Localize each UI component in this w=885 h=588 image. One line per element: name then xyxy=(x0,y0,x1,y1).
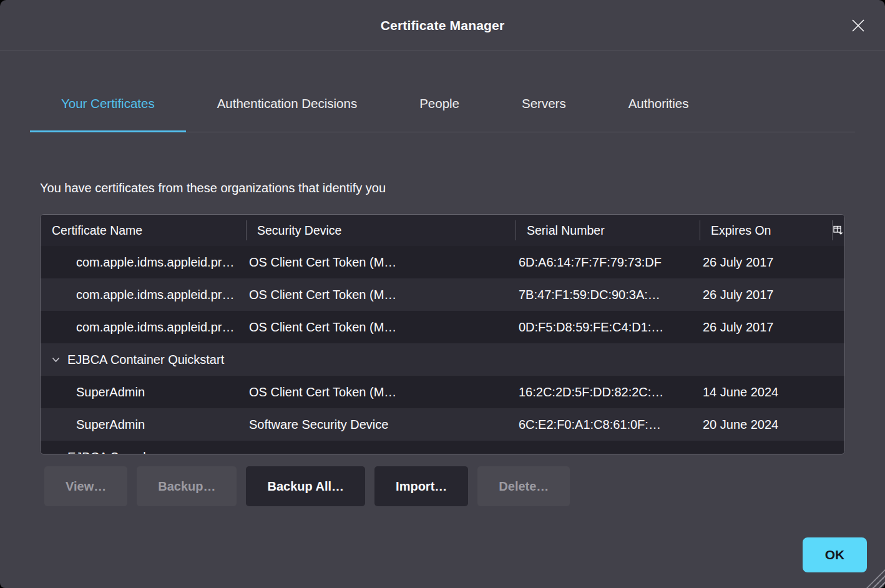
expires-on-cell: 26 July 2017 xyxy=(700,255,832,270)
view-button: View… xyxy=(44,466,127,506)
cert-row[interactable]: com.apple.idms.appleid.pr…OS Client Cert… xyxy=(41,278,844,311)
dialog-title: Certificate Manager xyxy=(381,18,505,33)
serial-number-cell: 7B:47:F1:59:DC:90:3A:… xyxy=(516,288,700,302)
cert-row[interactable]: SuperAdminSoftware Security Device6C:E2:… xyxy=(41,408,844,441)
security-device-cell: OS Client Cert Token (M… xyxy=(246,385,516,399)
tab-people[interactable]: People xyxy=(388,96,491,132)
expires-on-cell: 14 June 2024 xyxy=(700,385,832,399)
dialog-titlebar: Certificate Manager xyxy=(0,0,885,51)
chevron-down-icon[interactable] xyxy=(52,357,60,363)
group-label: EJBCA Container Quickstart xyxy=(67,353,224,367)
tab-bar: Your CertificatesAuthentication Decision… xyxy=(30,96,855,132)
security-device-cell: Software Security Device xyxy=(246,418,516,432)
close-button[interactable] xyxy=(849,16,868,35)
serial-number-cell: 16:2C:2D:5F:DD:82:2C:… xyxy=(516,385,700,399)
backup-button: Backup… xyxy=(137,466,237,506)
cert-row[interactable]: SuperAdminOS Client Cert Token (M…16:2C:… xyxy=(41,376,844,408)
group-label: EJBCA Sample xyxy=(67,450,153,455)
expires-on-cell: 26 July 2017 xyxy=(700,288,832,302)
group-row-ejbca-sample[interactable]: EJBCA Sample xyxy=(41,441,844,454)
column-picker-button[interactable] xyxy=(832,215,844,246)
delete-button: Delete… xyxy=(477,466,570,506)
tab-authentication-decisions[interactable]: Authentication Decisions xyxy=(186,96,389,132)
chevron-down-icon[interactable] xyxy=(52,454,60,455)
serial-number-cell: 0D:F5:D8:59:FE:C4:D1:… xyxy=(516,320,700,335)
expires-on-cell: 26 July 2017 xyxy=(700,320,832,335)
column-header-expires-on[interactable]: Expires On xyxy=(700,215,832,246)
table-body: com.apple.idms.appleid.pr…OS Client Cert… xyxy=(41,246,844,454)
action-buttons: View…Backup…Backup All…Import…Delete… xyxy=(44,466,845,506)
tab-your-certificates[interactable]: Your Certificates xyxy=(30,96,186,132)
security-device-cell: OS Client Cert Token (M… xyxy=(246,320,516,335)
security-device-cell: OS Client Cert Token (M… xyxy=(246,288,516,302)
cert-row[interactable]: com.apple.idms.appleid.pr…OS Client Cert… xyxy=(41,311,844,343)
close-icon xyxy=(850,17,866,34)
group-row-ejbca-container-quickstart[interactable]: EJBCA Container Quickstart xyxy=(41,343,844,376)
certificate-manager-dialog: Certificate Manager Your CertificatesAut… xyxy=(0,0,885,588)
table-columns-icon xyxy=(833,225,844,235)
cert-name-cell: SuperAdmin xyxy=(41,385,246,399)
import-button[interactable]: Import… xyxy=(374,466,468,506)
column-header-security-device[interactable]: Security Device xyxy=(246,215,516,246)
cert-row[interactable]: com.apple.idms.appleid.pr…OS Client Cert… xyxy=(41,246,844,278)
column-header-serial-number[interactable]: Serial Number xyxy=(516,215,700,246)
certificates-table: Certificate NameSecurity DeviceSerial Nu… xyxy=(40,214,845,454)
backup-all-button[interactable]: Backup All… xyxy=(246,466,365,506)
tab-servers[interactable]: Servers xyxy=(491,96,597,132)
cert-name-cell: com.apple.idms.appleid.pr… xyxy=(41,288,246,302)
cert-name-cell: com.apple.idms.appleid.pr… xyxy=(41,255,246,270)
security-device-cell: OS Client Cert Token (M… xyxy=(246,255,516,270)
table-header-row: Certificate NameSecurity DeviceSerial Nu… xyxy=(41,215,844,246)
resize-grip[interactable] xyxy=(866,569,885,588)
cert-name-cell: SuperAdmin xyxy=(41,418,246,432)
expires-on-cell: 20 June 2024 xyxy=(700,418,832,432)
ok-button[interactable]: OK xyxy=(803,537,867,572)
serial-number-cell: 6C:E2:F0:A1:C8:61:0F:… xyxy=(516,418,700,432)
table-description: You have certificates from these organiz… xyxy=(40,181,885,195)
cert-name-cell: com.apple.idms.appleid.pr… xyxy=(41,320,246,335)
column-header-certificate-name[interactable]: Certificate Name xyxy=(41,215,246,246)
tab-authorities[interactable]: Authorities xyxy=(597,96,720,132)
serial-number-cell: 6D:A6:14:7F:7F:79:73:DF xyxy=(516,255,700,270)
